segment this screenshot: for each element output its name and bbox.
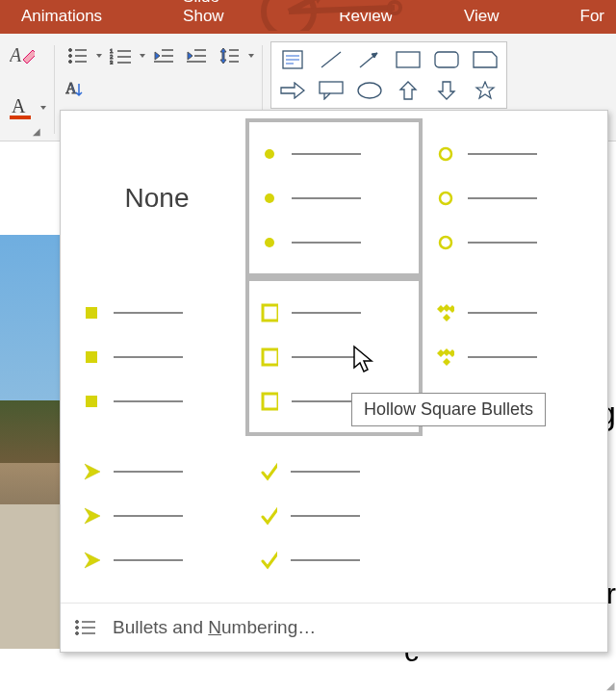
shape-up-arrow[interactable] (391, 77, 425, 104)
numbering-icon: 123 (110, 47, 131, 64)
filled-square-icon (83, 304, 100, 321)
caret-icon[interactable] (140, 54, 145, 58)
font-color-button[interactable]: A (8, 93, 36, 122)
svg-point-39 (265, 238, 274, 247)
slide-background-image (0, 235, 60, 649)
svg-point-51 (76, 627, 79, 630)
svg-text:3: 3 (110, 60, 114, 64)
bullet-option-hollow-circle[interactable] (423, 118, 600, 277)
shape-right-arrow[interactable] (275, 77, 310, 104)
increase-indent-icon (187, 47, 206, 64)
svg-rect-44 (86, 351, 97, 363)
four-diamond-icon (437, 304, 454, 321)
svg-line-31 (321, 52, 341, 67)
text-direction-icon: A (65, 80, 89, 101)
line-spacing-button[interactable] (215, 41, 244, 70)
svg-point-42 (440, 237, 451, 248)
arrowhead-icon (83, 463, 100, 480)
shape-star[interactable] (468, 77, 502, 104)
shape-line[interactable] (314, 46, 348, 73)
svg-point-40 (440, 148, 451, 160)
resize-grip: ◢ (606, 680, 614, 692)
clear-format-icon: A (10, 44, 35, 67)
bullet-option-filled-square[interactable] (68, 277, 245, 436)
tab-view[interactable]: View (452, 1, 511, 34)
tab-review[interactable]: Review (327, 1, 404, 34)
decrease-indent-button[interactable] (149, 41, 178, 70)
bullet-option-filled-circle[interactable] (245, 118, 423, 277)
tab-format[interactable]: For (569, 1, 617, 34)
tooltip-hollow-square: Hollow Square Bullets (351, 393, 546, 426)
svg-point-41 (440, 193, 451, 204)
svg-point-49 (76, 621, 79, 624)
shape-line-arrow[interactable] (352, 46, 387, 73)
svg-rect-34 (435, 52, 458, 67)
svg-point-7 (69, 55, 72, 58)
svg-rect-48 (263, 394, 278, 409)
clear-formatting-button[interactable]: A (8, 41, 37, 70)
shape-down-arrow[interactable] (429, 77, 464, 104)
caret-icon[interactable] (248, 54, 254, 58)
svg-rect-35 (320, 82, 343, 93)
svg-point-5 (69, 49, 72, 52)
svg-rect-46 (263, 305, 278, 321)
shape-rectangle[interactable] (391, 46, 425, 73)
checkmark-icon (260, 463, 277, 480)
bullet-option-blank (423, 436, 600, 595)
ribbon-tabs: Animations Slide Show Review View For (0, 0, 616, 34)
svg-rect-43 (86, 307, 97, 319)
text-direction-button[interactable]: A (63, 76, 91, 105)
tab-animations[interactable]: Animations (10, 1, 114, 34)
caret-icon[interactable] (96, 54, 102, 58)
bullets-dropdown: None (60, 110, 608, 653)
decrease-indent-icon (154, 47, 173, 64)
bullet-option-none[interactable]: None (68, 118, 245, 277)
svg-text:A: A (12, 95, 26, 116)
footer-label: Bullets and Numbering… (113, 617, 316, 638)
tab-slide-show[interactable]: Slide Show (171, 0, 270, 34)
caret-icon[interactable] (40, 106, 46, 110)
hollow-circle-icon (437, 145, 454, 163)
svg-rect-33 (397, 52, 420, 67)
svg-rect-45 (86, 396, 97, 407)
svg-point-38 (265, 193, 274, 203)
svg-rect-4 (10, 116, 31, 119)
svg-point-37 (265, 149, 274, 159)
shapes-gallery[interactable] (270, 41, 507, 109)
bullets-button[interactable] (63, 41, 91, 70)
shape-oval[interactable] (352, 77, 387, 104)
font-color-icon: A (10, 95, 35, 120)
hollow-square-icon (261, 304, 278, 321)
svg-text:A: A (65, 80, 77, 96)
bullet-option-arrowhead[interactable] (68, 436, 245, 595)
filled-circle-icon (261, 145, 278, 163)
svg-rect-47 (263, 349, 278, 365)
svg-point-9 (69, 61, 72, 64)
svg-point-53 (76, 632, 79, 635)
svg-point-36 (358, 83, 381, 98)
shape-textbox[interactable] (275, 46, 310, 73)
bullet-option-checkmark[interactable] (245, 436, 423, 595)
bullets-and-numbering-menuitem[interactable]: Bullets and Numbering… (61, 603, 607, 652)
svg-text:A: A (10, 44, 22, 65)
shape-rounded-rect[interactable] (429, 46, 464, 73)
shape-snip-rect[interactable] (468, 46, 502, 73)
shape-callout[interactable] (314, 77, 348, 104)
bullets-icon (67, 47, 87, 64)
bullets-list-icon (74, 618, 95, 637)
dialog-launcher-font[interactable]: ◢ (31, 124, 42, 139)
numbering-button[interactable]: 123 (106, 41, 135, 70)
line-spacing-icon (219, 46, 239, 65)
increase-indent-button[interactable] (182, 41, 211, 70)
